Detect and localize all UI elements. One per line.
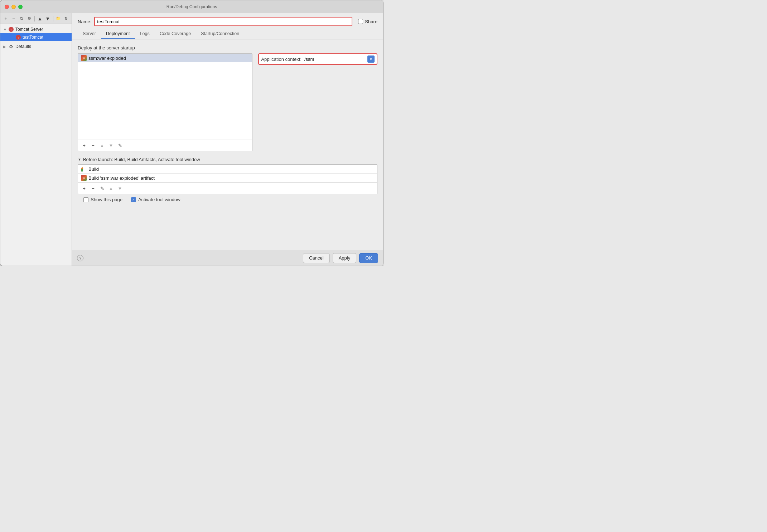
defaults-icon: ⚙ bbox=[8, 44, 14, 49]
collapse-arrow-icon: ▼ bbox=[78, 158, 81, 161]
deploy-add-button[interactable]: + bbox=[80, 141, 88, 149]
launch-down-button[interactable]: ▼ bbox=[116, 184, 124, 192]
remove-config-button[interactable]: − bbox=[10, 15, 17, 22]
deploy-section: Deploy at the server startup W ssm:war e… bbox=[78, 45, 377, 151]
run-debug-configurations-dialog: Run/Debug Configurations + − ⧉ ⚙ ▲ ▼ 📁 ⇅… bbox=[0, 0, 384, 266]
add-config-button[interactable]: + bbox=[3, 15, 9, 22]
tomcat-group-label: Tomcat Server bbox=[15, 27, 43, 32]
share-checkbox[interactable] bbox=[358, 19, 363, 24]
before-launch-section: ▼ Before launch: Build, Build Artifacts,… bbox=[78, 157, 377, 194]
cancel-button[interactable]: Cancel bbox=[303, 253, 329, 263]
traffic-lights bbox=[5, 5, 23, 9]
svg-text:T: T bbox=[10, 28, 12, 32]
deploy-area: W ssm:war exploded + − ▲ ▼ ✎ bbox=[78, 53, 377, 151]
tomcat-icon: T bbox=[8, 26, 14, 32]
launch-edit-button[interactable]: ✎ bbox=[98, 184, 106, 192]
deploy-remove-button[interactable]: − bbox=[89, 141, 97, 149]
before-launch-title: Before launch: Build, Build Artifacts, A… bbox=[83, 157, 200, 162]
show-page-row: Show this page bbox=[83, 197, 122, 202]
launch-remove-button[interactable]: − bbox=[89, 184, 97, 192]
separator bbox=[34, 16, 35, 21]
app-context-label: Application context: bbox=[261, 57, 302, 62]
expand-arrow-tomcat: ▼ bbox=[3, 28, 8, 32]
launch-add-button[interactable]: + bbox=[80, 184, 88, 192]
name-label: Name: bbox=[78, 19, 91, 24]
sidebar-item-tomcat-group[interactable]: ▼ T Tomcat Server bbox=[0, 25, 72, 33]
war-artifact-icon: W bbox=[81, 55, 87, 61]
sidebar-tree: ▼ T Tomcat Server T bbox=[0, 24, 72, 266]
tomcat-group-icon: T bbox=[8, 26, 14, 32]
name-input[interactable] bbox=[94, 17, 352, 26]
defaults-label: Defaults bbox=[15, 44, 31, 49]
war-icon: W bbox=[81, 55, 87, 61]
activate-window-checkbox[interactable]: ✓ bbox=[131, 197, 136, 202]
tabs-bar: Server Deployment Logs Code Coverage Sta… bbox=[72, 29, 383, 39]
ok-button[interactable]: OK bbox=[359, 253, 378, 263]
app-context-dropdown-button[interactable]: ▼ bbox=[367, 55, 375, 63]
window-title: Run/Debug Configurations bbox=[167, 4, 217, 9]
sidebar-toolbar: + − ⧉ ⚙ ▲ ▼ 📁 ⇅ bbox=[0, 13, 72, 24]
copy-config-button[interactable]: ⧉ bbox=[18, 15, 25, 22]
artifact-war-icon: W bbox=[81, 175, 87, 181]
svg-text:T: T bbox=[18, 36, 19, 39]
testTomcat-icon: T bbox=[15, 34, 21, 40]
before-launch-header[interactable]: ▼ Before launch: Build, Build Artifacts,… bbox=[78, 157, 377, 162]
close-button[interactable] bbox=[5, 5, 9, 9]
deploy-artifact-item[interactable]: W ssm:war exploded bbox=[78, 54, 252, 62]
deploy-down-button[interactable]: ▼ bbox=[107, 141, 115, 149]
launch-toolbar: + − ✎ ▲ ▼ bbox=[78, 183, 377, 194]
share-row: Share bbox=[358, 19, 377, 24]
artifact-icon: W bbox=[81, 175, 87, 181]
deploy-up-button[interactable]: ▲ bbox=[98, 141, 106, 149]
deploy-list-toolbar: + − ▲ ▼ ✎ bbox=[78, 140, 252, 151]
minimize-button[interactable] bbox=[11, 5, 16, 9]
app-context-input[interactable] bbox=[304, 57, 365, 62]
sort-button[interactable]: ⇅ bbox=[63, 15, 69, 22]
folder-button[interactable]: 📁 bbox=[55, 15, 62, 22]
help-button[interactable]: ? bbox=[77, 255, 83, 261]
apply-button[interactable]: Apply bbox=[333, 253, 357, 263]
titlebar: Run/Debug Configurations bbox=[0, 0, 383, 13]
show-page-checkbox[interactable] bbox=[83, 197, 88, 202]
before-launch-list: Build W Build 'ssm:war exploded' artifac… bbox=[78, 164, 377, 194]
activate-window-label: Activate tool window bbox=[138, 197, 180, 202]
name-row: Name: Share bbox=[72, 13, 383, 29]
tab-server[interactable]: Server bbox=[78, 29, 101, 39]
deploy-section-title: Deploy at the server startup bbox=[78, 45, 377, 50]
tab-logs[interactable]: Logs bbox=[135, 29, 155, 39]
svg-rect-4 bbox=[81, 169, 83, 171]
launch-item-artifact[interactable]: W Build 'ssm:war exploded' artifact bbox=[78, 174, 377, 183]
show-page-label: Show this page bbox=[91, 197, 122, 202]
tab-startup[interactable]: Startup/Connection bbox=[196, 29, 244, 39]
bottom-buttons: Cancel Apply OK bbox=[303, 253, 378, 263]
sidebar-item-testTomcat[interactable]: T testTomcat bbox=[0, 33, 72, 41]
launch-up-button[interactable]: ▲ bbox=[107, 184, 115, 192]
launch-build-label: Build bbox=[88, 166, 99, 172]
app-context-panel: Application context: ▼ bbox=[258, 53, 377, 65]
deploy-list: W ssm:war exploded + − ▲ ▼ ✎ bbox=[78, 53, 252, 151]
build-icon bbox=[81, 166, 87, 172]
settings-config-button[interactable]: ⚙ bbox=[26, 15, 33, 22]
tomcat-child-icon: T bbox=[15, 34, 21, 40]
deploy-list-content: W ssm:war exploded bbox=[78, 54, 252, 140]
tab-coverage[interactable]: Code Coverage bbox=[155, 29, 196, 39]
maximize-button[interactable] bbox=[18, 5, 23, 9]
testTomcat-label: testTomcat bbox=[23, 35, 43, 40]
deploy-artifact-label: ssm:war exploded bbox=[88, 55, 126, 61]
deploy-edit-button[interactable]: ✎ bbox=[116, 141, 124, 149]
options-row: Show this page ✓ Activate tool window bbox=[78, 194, 377, 205]
expand-arrow-defaults: ▶ bbox=[3, 45, 8, 49]
launch-item-build[interactable]: Build bbox=[78, 165, 377, 174]
launch-artifact-label: Build 'ssm:war exploded' artifact bbox=[88, 175, 155, 181]
separator2 bbox=[53, 16, 53, 21]
tab-deployment[interactable]: Deployment bbox=[101, 29, 135, 39]
app-context-row: Application context: ▼ bbox=[258, 53, 377, 65]
move-up-button[interactable]: ▲ bbox=[37, 15, 43, 22]
panel-content: Deploy at the server startup W ssm:war e… bbox=[72, 39, 383, 250]
right-panel: Name: Share Server Deployment Logs Code … bbox=[72, 13, 383, 266]
activate-window-row: ✓ Activate tool window bbox=[131, 197, 180, 202]
bottom-bar: ? Cancel Apply OK bbox=[72, 250, 383, 266]
main-content: + − ⧉ ⚙ ▲ ▼ 📁 ⇅ ▼ T bbox=[0, 13, 383, 266]
move-down-button[interactable]: ▼ bbox=[44, 15, 51, 22]
sidebar-item-defaults[interactable]: ▶ ⚙ Defaults bbox=[0, 43, 72, 50]
